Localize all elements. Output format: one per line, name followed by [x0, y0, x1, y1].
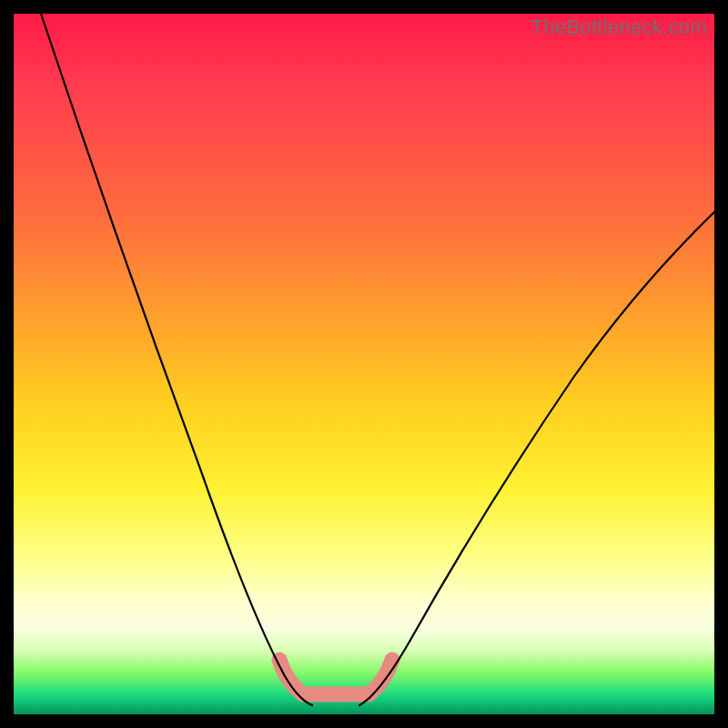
chart-frame: TheBottleneck.com	[14, 14, 714, 714]
chart-svg	[14, 14, 714, 714]
watermark-text: TheBottleneck.com	[531, 15, 707, 39]
right-curve	[359, 212, 714, 705]
left-curve	[41, 14, 312, 705]
floor-highlight	[279, 660, 392, 694]
